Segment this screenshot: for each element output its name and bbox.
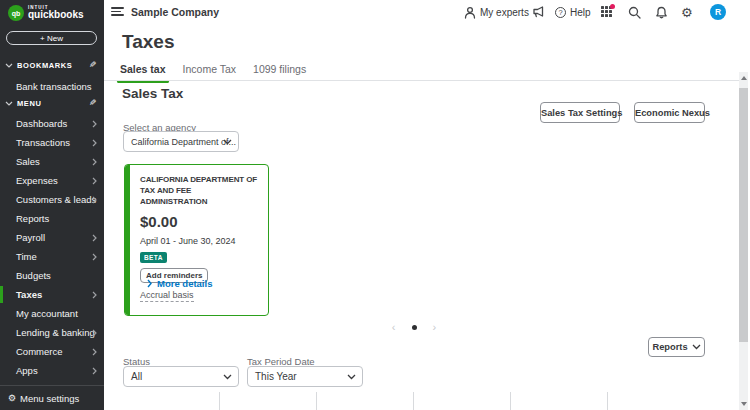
sidebar-item-sales[interactable]: Sales	[0, 152, 104, 171]
table-column-header: AGENCY	[123, 392, 219, 410]
card-pagination: ‹ ›	[374, 320, 454, 334]
help-label: Help	[570, 7, 591, 18]
question-mark-icon: ?	[555, 7, 566, 18]
edit-menu-icon[interactable]: ✎	[89, 98, 97, 108]
sidebar-item-label: Lending & banking	[16, 327, 95, 338]
chevron-down-icon	[5, 63, 13, 68]
sidebar-item-label: Taxes	[16, 289, 42, 300]
settings-button[interactable]: ⚙	[681, 0, 693, 24]
chevron-right-icon	[92, 253, 97, 261]
status-filter-select[interactable]: All	[123, 366, 239, 387]
chevron-right-icon	[92, 120, 97, 128]
my-experts-button[interactable]: My experts	[464, 0, 529, 24]
chevron-right-icon	[92, 329, 97, 337]
sidebar-item-label: Commerce	[16, 346, 62, 357]
sidebar-item-my-accountant[interactable]: My accountant	[0, 304, 104, 323]
chevron-down-icon	[5, 101, 13, 106]
sidebar-item-transactions[interactable]: Transactions	[0, 133, 104, 152]
quickbooks-logo: qb INTUIT quickbooks	[8, 5, 84, 21]
menu-label: MENU	[17, 99, 41, 108]
scrollbar-up-icon[interactable]	[741, 76, 747, 80]
sidebar-item-label: Sales	[16, 156, 40, 167]
chevron-right-icon	[92, 158, 97, 166]
menu-settings-label: Menu settings	[20, 393, 79, 404]
accrual-basis-link[interactable]: Accrual basis	[140, 290, 194, 302]
person-icon	[464, 6, 476, 19]
company-name: Sample Company	[131, 6, 219, 18]
pagination-prev-icon[interactable]: ‹	[392, 322, 396, 333]
table-column-header: STATUS	[510, 392, 607, 410]
sidebar-item-bank-transactions[interactable]: Bank transactions	[0, 77, 104, 96]
chevron-right-icon	[92, 177, 97, 185]
quickbooks-wordmark: quickbooks	[28, 10, 84, 20]
reports-button[interactable]: Reports	[648, 337, 705, 357]
tax-period-filter-select[interactable]: This Year	[247, 366, 363, 387]
bookmarks-label: BOOKMARKS	[17, 61, 72, 70]
more-details-link[interactable]: More details	[147, 278, 212, 289]
sales-tax-settings-button[interactable]: Sales Tax Settings	[540, 102, 620, 123]
sidebar-menu: Dashboards Transactions Sales Expenses C…	[0, 114, 104, 380]
sidebar: qb INTUIT quickbooks + New BOOKMARKS ✎ B…	[0, 0, 104, 410]
table-column-header: DUE DATE	[316, 392, 413, 410]
sidebar-item-label: Time	[16, 251, 37, 262]
account-avatar[interactable]: R	[710, 0, 726, 24]
tabs-divider	[104, 80, 739, 81]
chevron-down-icon	[223, 374, 232, 380]
hamburger-menu-icon[interactable]	[111, 7, 124, 17]
status-filter-value: All	[131, 371, 142, 382]
chevron-down-icon	[223, 139, 232, 145]
gear-icon: ⚙	[8, 393, 16, 403]
sidebar-item-label: Transactions	[16, 137, 70, 148]
search-button[interactable]	[628, 0, 641, 24]
help-button[interactable]: ? Help	[555, 0, 591, 24]
topbar: Sample Company My experts ? Help ⚙ R	[104, 0, 750, 24]
more-details-label: More details	[157, 278, 212, 289]
sidebar-item-payroll[interactable]: Payroll	[0, 228, 104, 247]
scrollbar-down-icon[interactable]	[741, 402, 747, 406]
avatar: R	[710, 4, 726, 20]
main-content: Taxes Sales taxIncome Tax1099 filings Sa…	[104, 24, 750, 410]
card-period: April 01 - June 30, 2024	[140, 236, 260, 246]
chevron-right-icon	[147, 279, 152, 288]
agency-select[interactable]: California Department of...	[123, 131, 239, 152]
sidebar-item-commerce[interactable]: Commerce	[0, 342, 104, 361]
search-icon	[628, 6, 641, 19]
notification-dot	[610, 4, 615, 9]
sidebar-item-label: Budgets	[16, 270, 51, 281]
reports-label: Reports	[652, 342, 687, 352]
sidebar-item-taxes[interactable]: Taxes	[0, 285, 104, 304]
sidebar-item-expenses[interactable]: Expenses	[0, 171, 104, 190]
sidebar-item-budgets[interactable]: Budgets	[0, 266, 104, 285]
sidebar-item-dashboards[interactable]: Dashboards	[0, 114, 104, 133]
menu-settings-button[interactable]: ⚙ Menu settings	[8, 390, 79, 406]
sidebar-item-lending-banking[interactable]: Lending & banking	[0, 323, 104, 342]
sidebar-item-time[interactable]: Time	[0, 247, 104, 266]
chevron-down-icon	[692, 344, 701, 350]
edit-bookmarks-icon[interactable]: ✎	[89, 60, 97, 70]
notifications-button[interactable]	[655, 0, 668, 24]
sidebar-item-label: My accountant	[16, 308, 78, 319]
sidebar-item-label: Dashboards	[16, 118, 67, 129]
sidebar-divider	[0, 385, 104, 386]
bookmarks-section-header[interactable]: BOOKMARKS ✎	[0, 59, 104, 71]
megaphone-icon	[532, 6, 545, 18]
chevron-right-icon	[92, 196, 97, 204]
new-button[interactable]: + New	[6, 31, 97, 45]
vertical-scrollbar[interactable]	[739, 72, 748, 410]
sidebar-item-customers-leads[interactable]: Customers & leads	[0, 190, 104, 209]
card-agency-name: CALIFORNIA DEPARTMENT OF TAX AND FEE ADM…	[140, 175, 260, 207]
qb-monogram-icon: qb	[8, 5, 24, 21]
announcements-button[interactable]	[532, 0, 545, 24]
apps-grid-button[interactable]	[601, 0, 613, 24]
sidebar-item-apps[interactable]: Apps	[0, 361, 104, 380]
economic-nexus-button[interactable]: Economic Nexus	[634, 102, 705, 123]
chevron-right-icon	[92, 291, 97, 299]
sales-tax-agency-card: CALIFORNIA DEPARTMENT OF TAX AND FEE ADM…	[124, 164, 269, 316]
menu-section-header[interactable]: MENU ✎	[0, 97, 104, 109]
scrollbar-thumb[interactable]	[739, 88, 748, 342]
pagination-dot	[412, 325, 417, 330]
table-column-header: AMOUNT	[413, 392, 510, 410]
sidebar-item-reports[interactable]: Reports	[0, 209, 104, 228]
pagination-next-icon[interactable]: ›	[433, 322, 437, 333]
sidebar-item-label: Payroll	[16, 232, 45, 243]
